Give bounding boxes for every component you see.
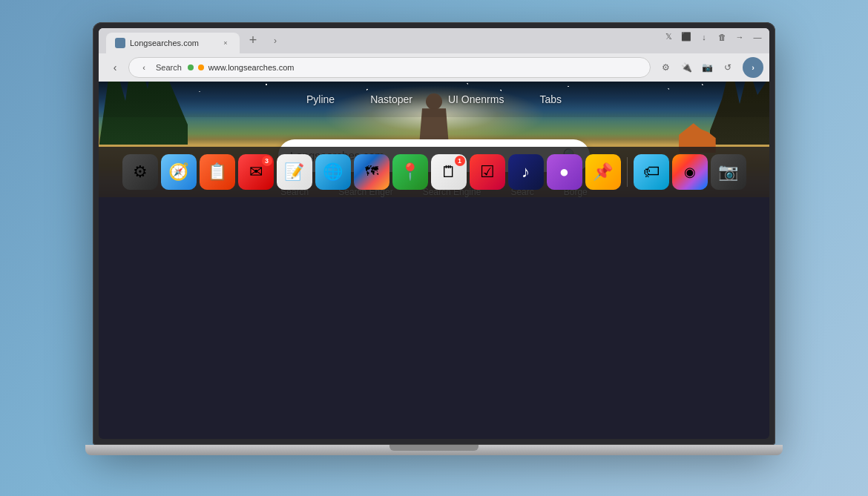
notes-badge: 1 bbox=[455, 156, 465, 166]
twitter-icon[interactable]: 𝕏 bbox=[662, 31, 674, 43]
tab-title: Longsearches.com bbox=[130, 39, 216, 47]
dock: ⚙ 🧭 📋 ✉ 3 📝 🌐 bbox=[99, 147, 769, 197]
dock-icon-safari[interactable]: 🧭 bbox=[161, 154, 197, 190]
minimize-icon[interactable]: — bbox=[752, 31, 763, 43]
dock-icon-browser[interactable]: 🌐 bbox=[315, 154, 351, 190]
website-nav: Pyline Nastoper UI Onenrms Tabs bbox=[99, 82, 769, 117]
laptop-base bbox=[85, 445, 783, 455]
share-icon[interactable]: → bbox=[734, 31, 746, 43]
dock-separator bbox=[627, 157, 628, 187]
tab-bar: Longsearches.com × + › 𝕏 ⬛ ↓ 🗑 → — bbox=[99, 28, 769, 53]
dock-icon-system-prefs[interactable]: ⚙ bbox=[122, 154, 158, 190]
nav-item-nastoper[interactable]: Nastoper bbox=[370, 93, 412, 105]
dock-icon-mail[interactable]: ✉ 3 bbox=[238, 154, 274, 190]
mail-badge: 3 bbox=[262, 156, 272, 166]
address-bar-actions: ⚙ 🔌 📷 ↺ bbox=[657, 59, 737, 76]
screenshot-icon[interactable]: 📷 bbox=[698, 59, 716, 76]
address-bar[interactable]: ‹ Search www.longsearches.com bbox=[128, 57, 651, 78]
dock-icon-pockethub[interactable]: ● bbox=[547, 154, 582, 190]
tab-favicon bbox=[115, 38, 125, 48]
laptop-wrapper: Longsearches.com × + › 𝕏 ⬛ ↓ 🗑 → — bbox=[78, 22, 790, 474]
dock-icon-photos[interactable]: ◉ bbox=[672, 154, 708, 190]
nav-item-tabs[interactable]: Tabs bbox=[539, 93, 562, 105]
address-text: www.longsearches.com bbox=[208, 63, 642, 72]
dock-icon-maps[interactable]: 🗺 bbox=[354, 154, 389, 190]
profile-button[interactable]: › bbox=[743, 57, 763, 78]
download-icon[interactable]: ↓ bbox=[698, 31, 710, 43]
address-bar-row: ‹ ‹ Search www.longsearches.com ⚙ 🔌 📷 ↺ bbox=[99, 53, 769, 82]
back-button[interactable]: ‹ bbox=[105, 57, 125, 78]
settings-icon[interactable]: ⚙ bbox=[657, 59, 674, 76]
dock-icon-reminders[interactable]: ☑ bbox=[470, 154, 505, 190]
dock-icon-notes2[interactable]: 🗒 1 bbox=[431, 154, 467, 190]
laptop-screen: Longsearches.com × + › 𝕏 ⬛ ↓ 🗑 → — bbox=[93, 22, 775, 445]
toolbar-icons: 𝕏 ⬛ ↓ 🗑 → — bbox=[662, 31, 763, 43]
dock-icon-maps2[interactable]: 📍 bbox=[392, 154, 428, 190]
dock-icon-store[interactable]: 🏷 bbox=[634, 154, 669, 190]
warning-dot bbox=[198, 65, 204, 70]
bookmark-icon[interactable]: ⬛ bbox=[680, 31, 692, 43]
address-back-btn[interactable]: ‹ bbox=[137, 60, 151, 75]
nav-item-uionenrms[interactable]: UI Onenrms bbox=[448, 93, 504, 105]
refresh-icon[interactable]: ↺ bbox=[719, 59, 737, 76]
tab-arrow[interactable]: › bbox=[266, 32, 284, 50]
extension-icon[interactable]: 🔌 bbox=[677, 59, 695, 76]
browser-chrome: Longsearches.com × + › 𝕏 ⬛ ↓ 🗑 → — bbox=[99, 28, 769, 82]
dock-icon-notes[interactable]: 📝 bbox=[277, 154, 312, 190]
screen-inner: Longsearches.com × + › 𝕏 ⬛ ↓ 🗑 → — bbox=[99, 28, 769, 439]
website-area: Pyline Nastoper UI Onenrms Tabs 🔍 Search… bbox=[99, 82, 769, 197]
dock-icon-notes3[interactable]: 📌 bbox=[585, 154, 621, 190]
dock-icon-music[interactable]: ♪ bbox=[508, 154, 544, 190]
dock-icon-app1[interactable]: 📋 bbox=[200, 154, 235, 190]
browser-tab[interactable]: Longsearches.com × bbox=[106, 33, 240, 53]
laptop-notch bbox=[389, 445, 479, 451]
tab-close-button[interactable]: × bbox=[220, 38, 231, 48]
dock-icon-camera[interactable]: 📷 bbox=[711, 154, 746, 190]
search-label: Search bbox=[156, 63, 182, 72]
new-tab-button[interactable]: + bbox=[244, 32, 262, 50]
nav-item-pyline[interactable]: Pyline bbox=[306, 93, 335, 105]
secure-dot bbox=[188, 65, 194, 70]
trash-icon[interactable]: 🗑 bbox=[716, 31, 728, 43]
